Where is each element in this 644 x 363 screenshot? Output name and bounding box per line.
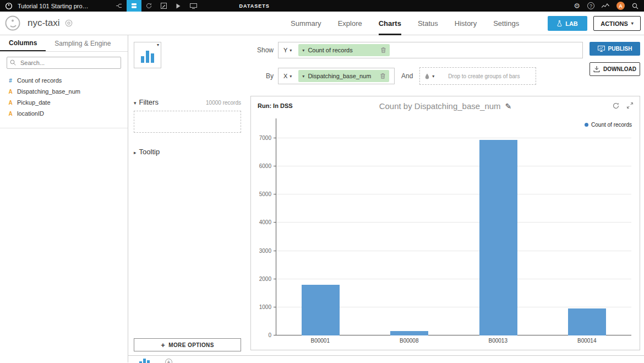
tab-settings[interactable]: Settings xyxy=(493,12,519,35)
y-tick-label: 1000 xyxy=(259,304,271,310)
publish-icon xyxy=(598,46,605,52)
y-tick-label: 6000 xyxy=(259,163,271,169)
download-button[interactable]: DOWNLOAD xyxy=(590,62,640,76)
top-navigation-bar: Tutorial 101 Starting pro… DATASETS ⚙ ? … xyxy=(0,0,644,12)
bar-slot xyxy=(276,285,365,335)
x-tick-label: B00014 xyxy=(543,338,632,344)
x-tick-label: B00013 xyxy=(454,338,543,344)
chevron-down-icon: ▾ xyxy=(157,42,159,47)
column-name: Count of records xyxy=(17,77,62,84)
chevron-down-icon: ▾ xyxy=(290,48,292,53)
recipes-icon[interactable] xyxy=(141,0,156,12)
help-icon[interactable]: ? xyxy=(587,2,594,9)
add-chart-button[interactable]: + xyxy=(165,359,172,363)
share-icon[interactable] xyxy=(65,19,73,27)
x-axis-labels: B00001B00008B00013B00014 xyxy=(276,338,631,344)
y-tick-label: 5000 xyxy=(259,191,271,197)
bar-B00013 xyxy=(479,140,517,335)
chart-tab-thumbnail[interactable] xyxy=(139,359,150,363)
bar-chart-icon xyxy=(141,56,144,63)
sidebar-tabs: Columns Sampling & Engine xyxy=(0,35,128,52)
by-row: By X ▾ ▾ Dispatching_base_num And xyxy=(250,67,583,85)
tooltip-label: Tooltip xyxy=(139,148,160,156)
more-options-button[interactable]: + MORE OPTIONS xyxy=(134,338,241,351)
list-item-locationid[interactable]: A locationID xyxy=(0,108,128,119)
chart-action-buttons: PUBLISH DOWNLOAD xyxy=(590,42,640,76)
column-search-input[interactable] xyxy=(7,57,121,69)
y-tick-label: 2000 xyxy=(259,276,271,282)
filters-drop-zone[interactable] xyxy=(134,111,241,133)
column-list: # Count of records A Dispatching_base_nu… xyxy=(0,74,128,128)
bar-chart-icon xyxy=(151,53,154,63)
activity-icon[interactable] xyxy=(602,3,609,8)
chart-tabs-strip: + xyxy=(128,355,644,363)
datasets-icon[interactable] xyxy=(127,0,141,12)
x-axis-selector: X ▾ ▾ Dispatching_base_num xyxy=(278,68,395,84)
trash-icon[interactable] xyxy=(380,73,385,79)
jobs-icon[interactable] xyxy=(171,0,186,12)
x-dimension-pill[interactable]: ▾ Dispatching_base_num xyxy=(298,70,389,82)
gear-icon[interactable]: ⚙ xyxy=(574,2,580,9)
numeric-type-icon: # xyxy=(8,78,13,84)
lab-button[interactable]: LAB xyxy=(548,16,587,31)
topbar-right-icons: ⚙ ? A xyxy=(574,2,644,10)
chevron-down-icon: ▾ xyxy=(302,48,304,53)
column-name: Pickup_date xyxy=(17,99,51,106)
trash-icon[interactable] xyxy=(381,47,386,53)
x-tick-label: B00001 xyxy=(276,338,365,344)
chevron-down-icon: ▾ xyxy=(302,74,304,79)
profile-avatar[interactable]: A xyxy=(616,2,625,10)
plus-icon: + xyxy=(161,342,165,349)
download-label: DOWNLOAD xyxy=(603,66,636,72)
tab-explore[interactable]: Explore xyxy=(338,12,362,35)
group-drop-zone[interactable]: ▾ Drop to create groups of bars xyxy=(419,67,536,85)
filters-section-toggle[interactable]: ▾ Filters 10000 records xyxy=(134,98,241,106)
bar-slot xyxy=(365,331,454,335)
dataiku-logo-icon[interactable] xyxy=(0,2,18,10)
tab-history[interactable]: History xyxy=(455,12,477,35)
project-name[interactable]: Tutorial 101 Starting pro… xyxy=(18,3,89,9)
lab-flask-icon xyxy=(557,20,562,26)
notebook-icon[interactable] xyxy=(156,0,171,12)
chevron-down-icon: ▾ xyxy=(432,74,434,79)
y-measure-pill[interactable]: ▾ Count of records xyxy=(298,44,390,56)
dataset-type-icon xyxy=(0,12,25,35)
actions-button[interactable]: ACTIONS ▾ xyxy=(593,16,641,31)
publish-label: PUBLISH xyxy=(608,46,632,52)
topbar-nav-icons xyxy=(112,0,201,12)
search-icon xyxy=(10,59,16,66)
droplet-icon xyxy=(425,73,429,79)
refresh-icon[interactable] xyxy=(613,102,619,109)
list-item-count-of-records[interactable]: # Count of records xyxy=(0,75,128,86)
publish-button[interactable]: PUBLISH xyxy=(590,42,640,56)
tab-sampling-engine[interactable]: Sampling & Engine xyxy=(46,35,119,51)
dashboard-icon[interactable] xyxy=(186,0,201,12)
list-item-pickup-date[interactable]: A Pickup_date xyxy=(0,97,128,108)
x-axis-dropdown[interactable]: X ▾ xyxy=(283,73,292,79)
tooltip-section-toggle[interactable]: ▸ Tooltip xyxy=(134,148,241,156)
lab-button-label: LAB xyxy=(565,20,578,27)
tab-columns[interactable]: Columns xyxy=(0,35,46,51)
flow-icon[interactable] xyxy=(112,0,127,12)
tab-status[interactable]: Status xyxy=(418,12,438,35)
tab-summary[interactable]: Summary xyxy=(291,12,321,35)
edit-pencil-icon[interactable]: ✎ xyxy=(505,102,512,111)
filters-label: Filters xyxy=(139,98,159,106)
chart-type-picker[interactable]: ▾ xyxy=(134,42,161,68)
section-label: DATASETS xyxy=(239,3,270,9)
chart-card: Run: In DSS Count by Dispatching_base_nu… xyxy=(250,96,640,350)
expand-icon[interactable] xyxy=(627,102,633,109)
bar-slot xyxy=(454,140,543,335)
text-type-icon: A xyxy=(8,111,13,117)
list-item-dispatching-base-num[interactable]: A Dispatching_base_num xyxy=(0,86,128,97)
bar-B00008 xyxy=(390,331,428,335)
bar-chart-icon xyxy=(147,360,150,363)
search-icon[interactable] xyxy=(632,3,638,9)
drop-hint-text: Drop to create groups of bars xyxy=(437,73,531,79)
y-tick-label: 3000 xyxy=(259,248,271,254)
bar-chart-icon xyxy=(146,51,149,63)
more-options-label: MORE OPTIONS xyxy=(168,342,214,348)
y-axis-dropdown[interactable]: Y ▾ xyxy=(283,47,292,53)
tab-charts[interactable]: Charts xyxy=(379,12,401,35)
dataset-header: nyc-taxi Summary Explore Charts Status H… xyxy=(0,12,644,35)
